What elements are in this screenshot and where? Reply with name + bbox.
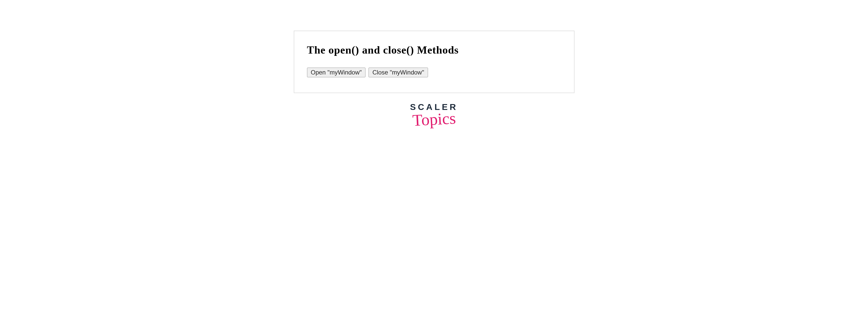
- panel-heading: The open() and close() Methods: [307, 44, 561, 56]
- brand-subtitle: Topics: [410, 109, 458, 130]
- close-window-button[interactable]: Close "myWindow": [369, 68, 428, 77]
- open-window-button[interactable]: Open "myWindow": [307, 68, 366, 77]
- brand-logo: SCALER Topics: [410, 102, 458, 129]
- button-row: Open "myWindow" Close "myWindow": [307, 68, 561, 77]
- demo-panel: The open() and close() Methods Open "myW…: [294, 31, 575, 93]
